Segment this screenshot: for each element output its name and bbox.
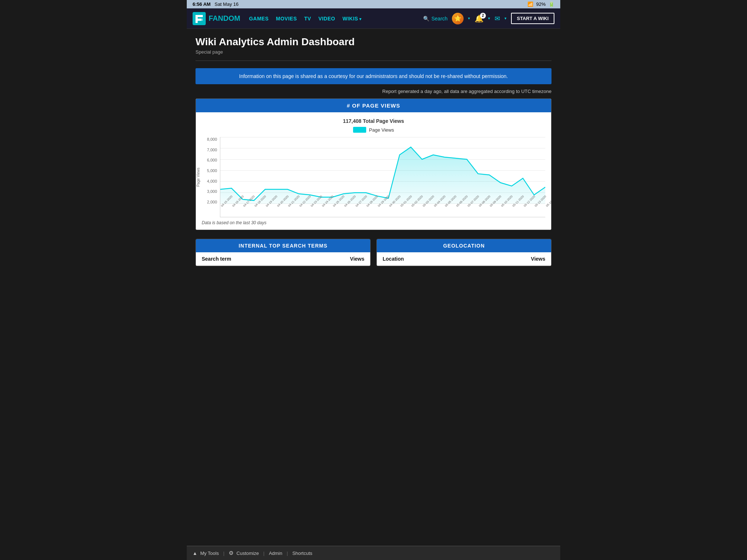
mail-dropdown-arrow[interactable]: ▾	[504, 16, 507, 21]
status-bar: 6:56 AM Sat May 16 📶 92% 🔋	[187, 0, 560, 8]
user-avatar: ⭐	[452, 13, 464, 24]
report-info: Report generated a day ago, all data are…	[196, 89, 551, 94]
battery-icon: 🔋	[549, 1, 554, 7]
page-content: Wiki Analytics Admin Dashboard Special p…	[187, 29, 560, 284]
status-time-date: 6:56 AM Sat May 16	[193, 1, 239, 7]
notification-badge: 2	[480, 13, 486, 19]
y-axis: 8,000 7,000 6,000 5,000 4,000 3,000 2,00…	[202, 137, 220, 217]
nav-link-movies[interactable]: MOVIES	[276, 16, 297, 22]
x-axis-labels: 04-15-202004-16-202004-17-202004-18-2020…	[220, 204, 545, 217]
legend-color-box	[353, 127, 366, 133]
legend-label: Page Views	[369, 127, 394, 133]
chart-total-title: 117,408 Total Page Views	[202, 118, 545, 124]
status-right: 📶 92% 🔋	[527, 1, 554, 7]
y-label-3000: 3,000	[207, 189, 217, 194]
geolocation-card: GEOLOCATION Location Views	[376, 239, 551, 266]
fandom-logo[interactable]: FANDOM	[193, 12, 240, 25]
nav-right: 🔍 Search ⭐ ▾ 🔔 2 ▾ ✉ ▾ START A WIKI	[423, 13, 554, 24]
chart-area-fill	[220, 147, 545, 204]
chart-body: 117,408 Total Page Views Page Views Page…	[196, 112, 551, 230]
info-banner: Information on this page is shared as a …	[196, 68, 551, 84]
location-col-label: Location	[383, 256, 404, 262]
bottom-sections: INTERNAL TOP SEARCH TERMS Search term Vi…	[196, 239, 551, 266]
chart-wrapper: Page Views 8,000 7,000 6,000 5,000 4,000…	[202, 137, 545, 217]
notification-dropdown-arrow[interactable]: ▾	[488, 16, 490, 21]
geolocation-table-header: Location Views	[377, 252, 551, 266]
special-page-label: Special page	[196, 49, 551, 55]
search-term-col-label: Search term	[202, 256, 231, 262]
chart-plot-area: 04-15-202004-16-202004-17-202004-18-2020…	[220, 137, 545, 217]
chart-note: Data is based on the last 30 days	[202, 220, 545, 225]
y-label-5000: 5,000	[207, 168, 217, 173]
fandom-logo-icon	[193, 12, 206, 25]
search-area[interactable]: 🔍 Search	[423, 16, 448, 22]
search-terms-card: INTERNAL TOP SEARCH TERMS Search term Vi…	[196, 239, 371, 266]
search-views-col-label: Views	[350, 256, 364, 262]
chart-header: # OF PAGE VIEWS	[196, 99, 551, 112]
page-title: Wiki Analytics Admin Dashboard	[196, 36, 551, 48]
nav-link-games[interactable]: GAMES	[249, 16, 269, 22]
fandom-logo-text: FANDOM	[209, 14, 240, 23]
x-label-05-14-2020: 05-14-2020	[545, 203, 550, 207]
chart-legend: Page Views	[202, 127, 545, 133]
y-axis-label: Page Views	[196, 168, 200, 187]
y-label-8000: 8,000	[207, 137, 217, 141]
geo-views-col-label: Views	[531, 256, 545, 262]
user-avatar-container[interactable]: ⭐	[452, 13, 464, 24]
battery-pct: 92%	[536, 1, 546, 7]
info-banner-text: Information on this page is shared as a …	[239, 73, 508, 79]
top-nav: FANDOM GAMES MOVIES TV VIDEO WIKIS 🔍 Sea…	[187, 8, 560, 29]
nav-link-wikis[interactable]: WIKIS	[342, 16, 362, 22]
nav-link-tv[interactable]: TV	[304, 16, 311, 22]
page-divider	[196, 61, 551, 61]
wifi-icon: 📶	[527, 1, 533, 7]
geolocation-body: Location Views	[377, 252, 551, 266]
chart-svg	[220, 137, 545, 204]
page-views-chart-section: # OF PAGE VIEWS 117,408 Total Page Views…	[196, 98, 551, 230]
avatar-dropdown-arrow[interactable]: ▾	[468, 16, 470, 21]
search-terms-table-header: Search term Views	[196, 252, 370, 266]
start-wiki-button[interactable]: START A WIKI	[511, 13, 554, 24]
search-terms-header: INTERNAL TOP SEARCH TERMS	[196, 239, 370, 252]
y-label-4000: 4,000	[207, 179, 217, 183]
notification-button[interactable]: 🔔 2	[475, 14, 484, 23]
search-label: Search	[431, 16, 448, 22]
status-date: Sat May 16	[214, 1, 239, 7]
y-label-6000: 6,000	[207, 158, 217, 162]
geolocation-header: GEOLOCATION	[377, 239, 551, 252]
status-time: 6:56 AM	[193, 1, 210, 7]
y-label-7000: 7,000	[207, 148, 217, 152]
mail-button[interactable]: ✉	[495, 15, 500, 23]
search-icon: 🔍	[423, 16, 429, 22]
y-label-2000: 2,000	[207, 200, 217, 204]
nav-links: GAMES MOVIES TV VIDEO WIKIS	[249, 16, 414, 22]
nav-link-video[interactable]: VIDEO	[318, 16, 335, 22]
search-terms-body: Search term Views	[196, 252, 370, 266]
